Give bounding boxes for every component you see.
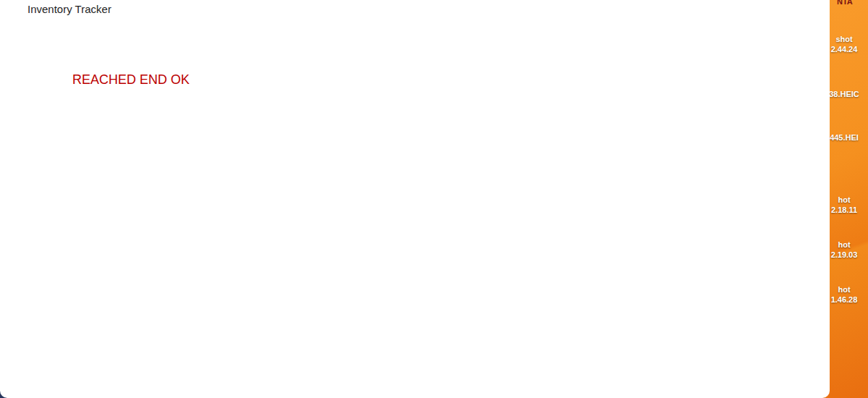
document-title[interactable]: Inventory Tracker: [27, 3, 111, 16]
browser-window: Inventory Tracker: [0, 0, 830, 398]
error-output: REACHED END OK: [72, 72, 190, 88]
desktop-label-fragment: NTA: [837, 0, 866, 4]
